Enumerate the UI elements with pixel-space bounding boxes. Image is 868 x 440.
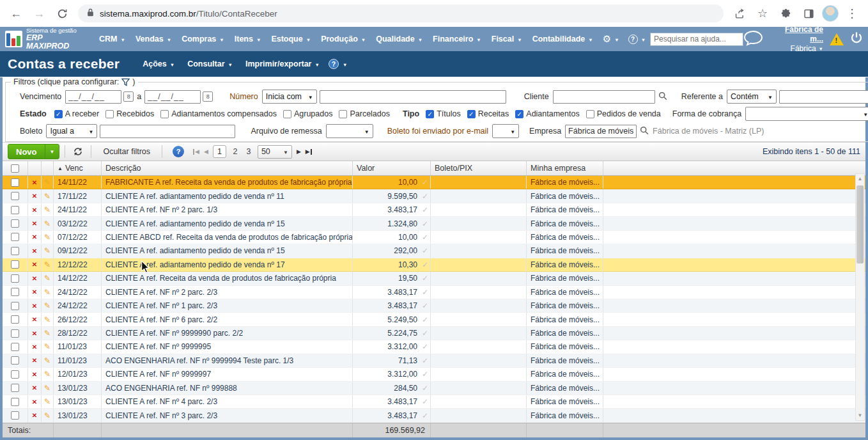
help-menu[interactable]: ? ▼ — [624, 35, 650, 44]
vencimento-from-input[interactable]: __/__/__ — [65, 90, 121, 104]
delete-icon[interactable]: ✕ — [32, 207, 37, 214]
filters-legend[interactable]: Filtros (clique para configurar: ) — [11, 77, 138, 86]
delete-icon[interactable]: ✕ — [32, 357, 37, 364]
address-bar[interactable]: sistema.maxiprod.com.br/Titulo/ContaRece… — [78, 4, 724, 22]
forma-cobranca-select[interactable]: ▼ — [745, 107, 868, 121]
row-checkbox[interactable] — [11, 329, 19, 338]
edit-pencil-icon[interactable]: ✎ — [44, 288, 50, 297]
checkbox[interactable] — [283, 110, 291, 118]
row-checkbox[interactable] — [11, 398, 19, 406]
row-checkbox[interactable] — [11, 370, 19, 379]
table-row[interactable]: ✕ ✎ 11/01/23 CLIENTE A ref. NF nº 999999… — [3, 340, 865, 354]
menu-financeiro[interactable]: Financeiro▼ — [428, 35, 486, 43]
help-search-input[interactable] — [650, 33, 743, 46]
calendar-icon[interactable]: 8 — [203, 91, 213, 102]
edit-pencil-icon[interactable]: ✎ — [44, 219, 50, 228]
page-help-icon[interactable]: ? — [329, 59, 339, 69]
toolbar-help-icon[interactable]: ? — [173, 146, 184, 157]
delete-icon[interactable]: ✕ — [32, 179, 37, 186]
vencimento-to-input[interactable]: __/__/__ — [144, 90, 201, 104]
menu-fiscal[interactable]: Fiscal▼ — [486, 35, 527, 43]
checkbox[interactable] — [105, 110, 114, 118]
table-row[interactable]: ✕ ✎ 14/12/22 CLIENTE A ref. Receita da v… — [3, 272, 865, 285]
edit-pencil-icon[interactable]: ✎ — [44, 384, 50, 393]
row-checkbox[interactable] — [11, 411, 19, 420]
checkbox[interactable] — [339, 110, 347, 118]
company-sub[interactable]: Fábrica▼ — [770, 44, 823, 54]
row-checkbox[interactable] — [11, 247, 19, 255]
side-panel-icon[interactable] — [799, 4, 818, 23]
calendar-icon[interactable]: 8 — [123, 91, 134, 102]
browser-profile-avatar[interactable] — [822, 5, 839, 22]
checkbox[interactable] — [160, 110, 169, 118]
next-page-button[interactable]: ▶ — [297, 148, 301, 155]
edit-pencil-icon[interactable]: ✎ — [44, 178, 50, 187]
delete-icon[interactable]: ✕ — [32, 302, 37, 310]
browser-menu-dots-icon[interactable]: ⋮ — [842, 4, 862, 23]
settings-menu[interactable]: ⚙ ▼ — [598, 33, 624, 45]
vertical-scrollbar[interactable]: ▲ ▼ — [855, 173, 865, 421]
edit-pencil-icon[interactable]: ✎ — [44, 274, 50, 283]
checkbox[interactable]: ✓ — [515, 110, 523, 118]
table-row[interactable]: ✕ ✎ 14/11/22 FABRICANTE A ref. Receita d… — [3, 176, 865, 189]
edit-pencil-icon[interactable]: ✎ — [44, 301, 50, 310]
scroll-up-icon[interactable]: ▲ — [856, 174, 864, 184]
delete-icon[interactable]: ✕ — [32, 398, 37, 405]
row-checkbox[interactable] — [11, 302, 19, 310]
page-menu-imprimir-exportar[interactable]: Imprimir/exportar▼ — [240, 59, 325, 68]
browser-back-icon[interactable]: ← — [6, 4, 26, 23]
maxiprod-logo-icon[interactable] — [5, 31, 22, 47]
bookmark-star-icon[interactable]: ☆ — [753, 4, 772, 23]
row-checkbox[interactable] — [11, 356, 19, 365]
arquivo-remessa-select[interactable]: ▼ — [326, 124, 373, 138]
page-menu-consultar[interactable]: Consultar▼ — [182, 59, 238, 68]
row-checkbox[interactable] — [11, 315, 19, 324]
row-checkbox[interactable] — [11, 343, 19, 351]
edit-pencil-icon[interactable]: ✎ — [44, 356, 50, 365]
table-row[interactable]: ✕ ✎ 24/12/22 CLIENTE A ref. NF nº 2 parc… — [3, 286, 865, 299]
edit-pencil-icon[interactable]: ✎ — [44, 329, 50, 338]
share-icon[interactable] — [730, 4, 749, 23]
valor-column-header[interactable]: Valor — [353, 161, 431, 175]
refresh-icon[interactable] — [70, 146, 86, 157]
row-checkbox[interactable] — [11, 178, 19, 187]
first-page-button[interactable]: ◀ — [193, 148, 199, 155]
referente-input[interactable] — [779, 90, 868, 104]
delete-icon[interactable]: ✕ — [32, 192, 37, 200]
page-menu-acoes[interactable]: Ações▼ — [137, 59, 180, 68]
table-row[interactable]: ✕ ✎ 12/01/23 CLIENTE A ref. NF nº 999999… — [3, 368, 865, 381]
page-number-2[interactable]: 2 — [231, 147, 240, 156]
numero-operator-select[interactable]: Inicia com▼ — [262, 90, 317, 104]
row-checkbox[interactable] — [11, 288, 19, 296]
warning-triangle-icon[interactable]: ! — [830, 33, 844, 45]
checkbox[interactable]: ✓ — [426, 110, 434, 118]
descricao-column-header[interactable]: Descrição — [102, 161, 353, 175]
page-number-1[interactable]: 1 — [213, 145, 226, 158]
ocultar-filtros-button[interactable]: Ocultar filtros — [97, 147, 157, 156]
page-size-select[interactable]: 50▼ — [258, 145, 292, 159]
row-checkbox[interactable] — [11, 384, 19, 392]
row-checkbox[interactable] — [11, 219, 19, 228]
checkbox[interactable]: ✓ — [54, 110, 63, 118]
boleto-column-header[interactable]: Boleto/PIX — [431, 161, 527, 175]
scroll-down-icon[interactable]: ▼ — [856, 411, 864, 420]
delete-icon[interactable]: ✕ — [32, 220, 37, 227]
edit-pencil-icon[interactable]: ✎ — [44, 411, 50, 420]
delete-icon[interactable]: ✕ — [32, 330, 37, 337]
table-row[interactable]: ✕ ✎ 07/12/22 CLIENTE ABCD ref. Receita d… — [3, 231, 865, 244]
table-row[interactable]: ✕ ✎ 09/12/22 CLIENTE A ref. adiantamento… — [3, 244, 865, 258]
table-row[interactable]: ✕ ✎ 13/01/23 CLIENTE A ref. NF nº 4 parc… — [3, 395, 865, 409]
row-checkbox[interactable] — [11, 233, 19, 241]
page-number-3[interactable]: 3 — [244, 147, 253, 156]
row-checkbox[interactable] — [11, 206, 19, 214]
table-row[interactable]: ✕ ✎ 13/01/23 ACO ENGENHARIA ref. NF nº 9… — [3, 382, 865, 395]
boleto-input[interactable] — [100, 125, 235, 138]
chat-bubble-icon[interactable] — [743, 30, 763, 49]
extensions-puzzle-icon[interactable] — [776, 4, 795, 23]
delete-icon[interactable]: ✕ — [32, 248, 37, 255]
menu-itens[interactable]: Itens▼ — [229, 35, 267, 43]
delete-icon[interactable]: ✕ — [32, 343, 37, 350]
delete-icon[interactable]: ✕ — [32, 275, 37, 282]
table-row[interactable]: ✕ ✎ 11/01/23 ACO ENGENHARIA ref. NF nº 9… — [3, 354, 865, 368]
table-row[interactable]: ✕ ✎ 24/11/22 CLIENTE A ref. NF nº 2 parc… — [3, 203, 865, 217]
